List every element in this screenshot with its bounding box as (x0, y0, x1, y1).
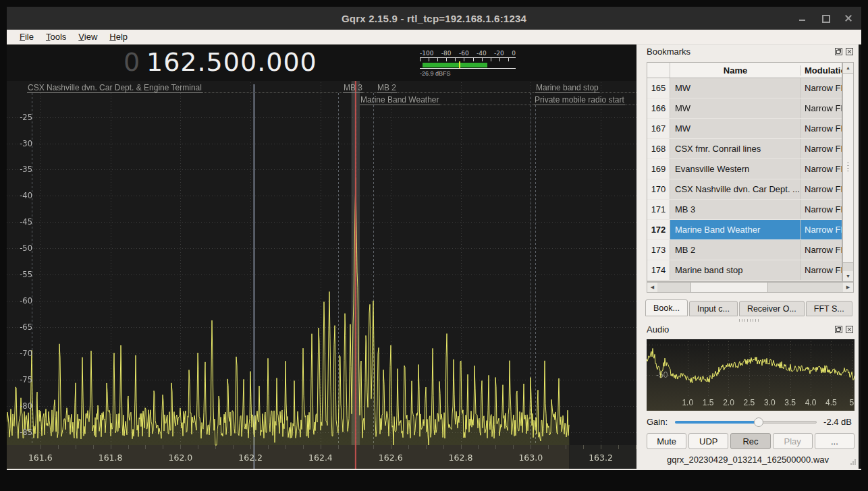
menu-item-tools[interactable]: Tools (40, 31, 72, 42)
rf-y-axis-label: -35 (7, 165, 32, 174)
rf-x-axis-label: 163.0 (518, 453, 543, 463)
bookmark-modulation-cell[interactable]: Narrow FM (801, 200, 842, 219)
dock-splitter-handle[interactable] (739, 319, 759, 322)
signal-meter-peak-marker (459, 61, 460, 68)
maximize-icon[interactable] (821, 13, 830, 23)
menu-item-file[interactable]: File (13, 31, 40, 42)
horizontal-scroll-handle[interactable] (690, 283, 768, 292)
table-row[interactable]: 174Marine band stopNarrow FM (647, 260, 842, 281)
bookmarks-horizontal-scrollbar[interactable]: ◀ ▶ (647, 282, 854, 293)
menu-item-view[interactable]: View (72, 31, 103, 42)
row-number-cell[interactable]: 169 (647, 159, 670, 179)
table-row[interactable]: 172Marine Band WeatherNarrow FM (647, 220, 842, 240)
bookmark-name-cell[interactable]: CSX Nashville dvn. Car Dept. ... (670, 179, 801, 199)
bookmark-modulation-cell[interactable]: Narrow FM (801, 139, 842, 158)
bookmark-tag[interactable]: Private mobile radio start (534, 95, 625, 105)
rec-button[interactable]: Rec (730, 433, 770, 449)
rf-x-axis-label: 162.6 (379, 453, 403, 463)
gain-slider-fill (675, 421, 759, 424)
tab-book[interactable]: Book... (645, 299, 688, 316)
window-title: Gqrx 2.15.9 - rtl_tcp=192.168.1.6:1234 (342, 13, 526, 24)
bookmark-name-cell[interactable]: Marine band stop (670, 260, 801, 280)
minimize-icon[interactable] (798, 13, 807, 23)
bookmark-modulation-cell[interactable]: Narrow FM (801, 260, 842, 280)
table-row[interactable]: 169Evansville WesternNarrow FM (647, 159, 842, 179)
bookmark-modulation-cell[interactable]: Narrow FM (801, 78, 842, 98)
bookmark-modulation-cell[interactable]: Narrow FM (801, 119, 842, 138)
scroll-right-icon[interactable]: ▶ (843, 283, 853, 292)
tab-inputc[interactable]: Input c... (689, 301, 738, 316)
options-button[interactable]: ... (815, 433, 855, 449)
row-number-cell[interactable]: 165 (647, 78, 670, 98)
menu-bar: FileToolsViewHelp (7, 30, 861, 45)
row-number-cell[interactable]: 167 (647, 119, 670, 138)
table-row[interactable]: 167MWNarrow FM (647, 119, 842, 139)
close-icon[interactable] (844, 13, 853, 23)
row-number-cell[interactable]: 172 (647, 220, 670, 239)
row-number-cell[interactable]: 171 (647, 200, 670, 219)
tab-receivero[interactable]: Receiver O... (739, 301, 805, 316)
table-row[interactable]: 165MWNarrow FM (647, 78, 842, 98)
gain-slider[interactable] (675, 416, 817, 428)
bookmark-tag[interactable]: Marine Band Weather (360, 95, 440, 105)
rf-y-axis-label: -80 (7, 401, 32, 411)
bookmarks-panel-controls (835, 48, 853, 55)
bookmark-name-cell[interactable]: MW (670, 78, 801, 98)
float-panel-icon[interactable] (835, 326, 842, 333)
frequency-digit-dimmed[interactable]: 0 (124, 47, 140, 77)
scroll-grip-dots (847, 163, 849, 173)
table-row[interactable]: 166MWNarrow FM (647, 98, 842, 119)
meter-tick-label: -40 (477, 50, 487, 57)
bookmark-name-cell[interactable]: MB 2 (670, 240, 801, 260)
bookmark-tag[interactable]: CSX Nashville dvn. Car Dept. & Engine Te… (27, 83, 202, 93)
rf-y-axis-label: -65 (7, 322, 32, 332)
bookmark-modulation-cell[interactable]: Narrow FM (801, 179, 842, 199)
meter-tick-label: 0 (512, 50, 516, 57)
close-panel-icon[interactable] (846, 326, 853, 333)
column-header-name[interactable]: Name (670, 65, 801, 76)
frequency-display[interactable]: 162.500.000 (146, 47, 317, 77)
audio-spectrum-canvas (647, 339, 855, 411)
bookmark-name-cell[interactable]: MW (670, 119, 801, 138)
table-row[interactable]: 171MB 3Narrow FM (647, 200, 842, 220)
bookmark-name-cell[interactable]: MW (670, 98, 801, 118)
menu-item-help[interactable]: Help (103, 31, 134, 42)
resize-grip[interactable] (850, 459, 857, 465)
tab-ffts[interactable]: FFT S... (806, 301, 852, 316)
scroll-up-icon[interactable]: ▲ (843, 63, 853, 73)
float-panel-icon[interactable] (835, 48, 842, 55)
bookmark-modulation-cell[interactable]: Narrow FM (801, 98, 842, 118)
bookmark-tag[interactable]: MB 3 (343, 83, 363, 93)
bookmark-name-cell[interactable]: CSX fmr. Conrail lines (670, 139, 801, 158)
vertical-scroll-handle[interactable] (843, 73, 853, 263)
bookmark-name-cell[interactable]: Evansville Western (670, 159, 801, 179)
mute-button[interactable]: Mute (647, 433, 686, 449)
dock-tab-bar: Book...Input c...Receiver O...FFT S... (645, 299, 854, 316)
gain-slider-handle[interactable] (754, 417, 763, 427)
bookmark-tag[interactable]: MB 2 (377, 83, 397, 93)
scroll-left-icon[interactable]: ◀ (647, 283, 657, 292)
row-number-cell[interactable]: 174 (647, 260, 670, 280)
row-number-cell[interactable]: 168 (647, 139, 670, 158)
rf-x-axis-label: 162.0 (168, 453, 192, 463)
udp-button[interactable]: UDP (688, 433, 728, 449)
table-row[interactable]: 170CSX Nashville dvn. Car Dept. ...Narro… (647, 179, 842, 200)
main-content: 0 162.500.000 -100-80-60-40-200 -26.9 dB… (7, 45, 861, 469)
rf-spectrum-canvas[interactable] (7, 81, 636, 469)
table-row[interactable]: 173MB 2Narrow FM (647, 240, 842, 260)
scroll-down-icon[interactable]: ▼ (843, 271, 853, 281)
bookmarks-vertical-scrollbar[interactable]: ▲ ▼ (842, 62, 854, 282)
row-number-cell[interactable]: 166 (647, 98, 670, 118)
bookmark-name-cell[interactable]: MB 3 (670, 200, 801, 219)
close-panel-icon[interactable] (846, 48, 853, 55)
bookmark-modulation-cell[interactable]: Narrow FM (801, 220, 842, 239)
column-header-modulation[interactable]: Modulation (801, 65, 842, 76)
column-header-row-number[interactable] (647, 63, 670, 78)
row-number-cell[interactable]: 170 (647, 179, 670, 199)
table-row[interactable]: 168CSX fmr. Conrail linesNarrow FM (647, 139, 842, 159)
bookmark-modulation-cell[interactable]: Narrow FM (801, 240, 842, 260)
bookmark-modulation-cell[interactable]: Narrow FM (801, 159, 842, 179)
row-number-cell[interactable]: 173 (647, 240, 670, 260)
bookmark-tag[interactable]: Marine band stop (535, 83, 599, 93)
bookmark-name-cell[interactable]: Marine Band Weather (670, 220, 801, 239)
